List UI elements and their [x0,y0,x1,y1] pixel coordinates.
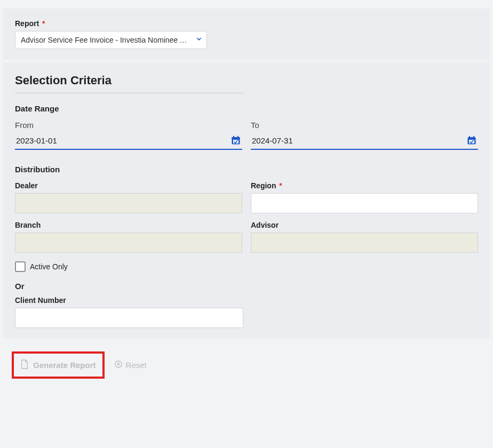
selection-criteria-title: Selection Criteria [15,74,478,87]
dealer-input[interactable] [15,193,242,213]
client-number-row: Client Number [15,296,478,328]
generate-report-button[interactable]: Generate Report [12,351,105,379]
footer-actions: Generate Report Reset [3,344,490,390]
report-panel: Report * Advisor Service Fee Invoice - I… [3,9,490,60]
advisor-col: Advisor [251,221,478,253]
from-label: From [15,121,242,130]
from-date-value: 2023-01-01 [16,136,57,145]
divider [15,93,243,93]
advisor-input[interactable] [251,233,478,253]
region-label: Region * [251,181,478,190]
or-label: Or [15,282,478,291]
report-select-value[interactable]: Advisor Service Fee Invoice - Investia N… [15,31,207,49]
generate-report-label: Generate Report [33,361,96,370]
advisor-label: Advisor [251,221,478,229]
required-asterisk: * [42,19,45,28]
region-col: Region * [251,181,478,213]
date-range-title: Date Range [15,104,478,113]
branch-label: Branch [15,221,242,229]
active-only-checkbox[interactable] [15,261,26,272]
report-label: Report * [15,19,478,28]
required-asterisk: * [279,181,282,190]
reset-label: Reset [126,361,147,370]
selection-criteria-panel: Selection Criteria Date Range From 2023-… [3,63,490,339]
svg-rect-1 [232,137,240,139]
calendar-icon[interactable] [230,135,241,146]
region-label-text: Region [251,181,276,190]
report-label-text: Report [15,19,39,28]
active-only-label: Active Only [30,262,68,271]
svg-rect-6 [469,136,470,138]
dealer-label: Dealer [15,181,242,190]
report-select[interactable]: Advisor Service Fee Invoice - Investia N… [15,31,207,49]
to-label: To [251,121,478,130]
client-number-input[interactable] [15,308,243,328]
document-icon [20,359,29,371]
from-date-input[interactable]: 2023-01-01 [15,133,242,150]
to-col: To 2024-07-31 [251,121,478,150]
client-number-col: Client Number [15,296,243,328]
active-only-row: Active Only [15,261,478,272]
branch-input[interactable] [15,233,242,253]
to-date-value: 2024-07-31 [252,136,293,145]
region-input[interactable] [251,193,478,213]
reset-button[interactable]: Reset [114,360,147,370]
branch-col: Branch [15,221,242,253]
distribution-row-2: Branch Advisor [15,221,478,253]
svg-rect-2 [233,136,234,138]
close-circle-icon [114,360,123,370]
to-date-input[interactable]: 2024-07-31 [251,133,478,150]
date-range-row: From 2023-01-01 To 2024-07-31 [15,121,478,150]
distribution-row-1: Dealer Region * [15,181,478,213]
dealer-col: Dealer [15,181,242,213]
distribution-title: Distribution [15,165,478,174]
svg-rect-7 [473,136,474,138]
calendar-icon[interactable] [466,135,477,146]
from-col: From 2023-01-01 [15,121,242,150]
client-number-label: Client Number [15,296,243,305]
svg-rect-3 [237,136,238,138]
